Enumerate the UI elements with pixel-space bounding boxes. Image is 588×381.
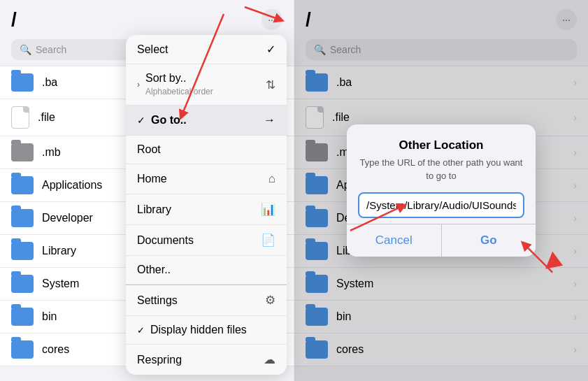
menu-item-sort[interactable]: › Sort by.. Alphabetical order ⇅ [126, 64, 287, 106]
left-search-placeholder: Search [36, 44, 66, 55]
right-panel: / ··· 🔍 Search .ba › .file › .mb › Appli… [294, 0, 588, 381]
search-icon: 🔍 [20, 44, 31, 55]
gear-icon: ⚙ [265, 293, 275, 308]
menu-item-other[interactable]: Other.. [126, 256, 287, 285]
menu-item-label: Library [137, 203, 171, 216]
menu-item-label: Settings [137, 294, 178, 307]
sort-icon: ⇅ [266, 78, 275, 92]
cloud-icon: ☁ [264, 352, 275, 367]
menu-item-label: Documents [137, 234, 194, 247]
chevron-right-icon: › [137, 80, 140, 89]
menu-item-documents[interactable]: Documents 📄 [126, 225, 287, 256]
cancel-button[interactable]: Cancel [347, 224, 441, 257]
folder-icon [11, 143, 34, 161]
menu-item-settings[interactable]: Settings ⚙ [126, 285, 287, 316]
books-icon: 📊 [261, 202, 275, 217]
other-location-modal: Other Location Type the URL of the other… [347, 124, 536, 256]
house-icon: ⌂ [268, 172, 275, 186]
menu-item-left: ✓ Display hidden files [137, 324, 247, 336]
modal-title: Other Location [358, 138, 524, 152]
folder-icon [11, 176, 34, 194]
modal-overlay: Other Location Type the URL of the other… [294, 0, 588, 381]
folder-icon [11, 242, 34, 260]
menu-item-root[interactable]: Root [126, 136, 287, 164]
left-panel: / ··· 🔍 Search .ba .file .mb Application… [0, 0, 294, 381]
menu-item-label: Home [137, 173, 167, 185]
folder-icon [11, 275, 34, 293]
folder-icon [11, 73, 34, 92]
doc-icon: 📄 [261, 233, 275, 247]
left-panel-header: / ··· [0, 0, 294, 36]
checkmark-active-icon: ✓ [137, 115, 145, 126]
menu-item-select[interactable]: Select ✓ [126, 35, 287, 64]
menu-item-left: ✓ Go to.. [137, 114, 187, 127]
menu-item-goto[interactable]: ✓ Go to.. → [126, 106, 287, 136]
location-input[interactable] [358, 192, 524, 218]
left-panel-title: / [11, 8, 17, 31]
left-panel-more-button[interactable]: ··· [261, 9, 282, 30]
menu-item-hidden-files[interactable]: ✓ Display hidden files [126, 316, 287, 345]
menu-item-label: Go to.. [151, 114, 187, 127]
menu-item-respring[interactable]: Respring ☁ [126, 345, 287, 375]
menu-item-label: Select [137, 43, 168, 56]
folder-icon [11, 209, 34, 227]
menu-item-label: Other.. [137, 264, 171, 276]
modal-description: Type the URL of the other path you want … [358, 157, 524, 182]
menu-item-home[interactable]: Home ⌂ [126, 164, 287, 194]
check-icon: ✓ [137, 325, 145, 336]
menu-item-label: Sort by.. Alphabetical order [145, 72, 213, 97]
folder-icon [11, 308, 34, 326]
file-icon [11, 106, 29, 129]
dropdown-menu: Select ✓ › Sort by.. Alphabetical order … [126, 35, 287, 375]
folder-icon [11, 340, 34, 359]
menu-item-label: Root [137, 143, 161, 156]
menu-item-library[interactable]: Library 📊 [126, 194, 287, 225]
menu-item-left: › Sort by.. Alphabetical order [137, 72, 213, 97]
modal-buttons: Cancel Go [347, 224, 536, 257]
go-button[interactable]: Go [441, 224, 536, 257]
checkmark-icon: ✓ [266, 43, 275, 56]
menu-item-label: Display hidden files [150, 324, 247, 336]
arrow-right-icon: → [264, 113, 275, 127]
menu-item-label: Respring [137, 354, 182, 366]
